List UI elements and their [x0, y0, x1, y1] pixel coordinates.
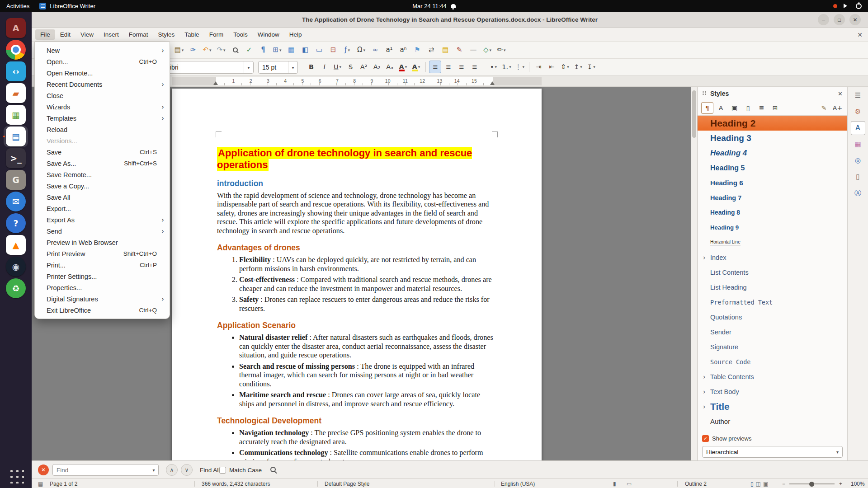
superscript-button[interactable]: A² [358, 61, 370, 73]
fill-format-mode-icon[interactable]: ✎ [818, 102, 830, 114]
menu-bar-item[interactable]: Table [179, 29, 204, 40]
paragraph-space-decrease-button[interactable]: ↧ [585, 61, 597, 73]
multi-page-view-icon[interactable]: ◫ [756, 481, 761, 487]
dock-icon-app-store[interactable]: A [4, 17, 28, 39]
file-menu-item[interactable]: Export... [35, 203, 170, 214]
paragraph-styles-icon[interactable]: ¶ [701, 102, 713, 114]
file-menu-item[interactable]: Export As [35, 214, 170, 225]
style-list-item[interactable]: › Text Body [698, 384, 847, 399]
file-menu-item[interactable]: Open Remote... [35, 67, 170, 79]
insert-text-box-icon[interactable]: ▭ [313, 43, 326, 57]
dock-icon-thunderbird[interactable]: ✉ [4, 191, 28, 212]
style-inspector-icon[interactable]: Ⓐ [851, 186, 865, 200]
outline-level[interactable]: Outline 2 [685, 479, 707, 488]
styles-icon[interactable]: A [851, 121, 865, 135]
properties-icon[interactable]: ⚙ [851, 105, 865, 119]
section-heading-scenario[interactable]: Application Scenario [217, 321, 496, 330]
freeform-line-icon[interactable]: ✏ [495, 43, 508, 57]
file-menu-item[interactable]: Save Ctrl+S [35, 146, 170, 158]
style-list-item[interactable]: › Heading 5 [698, 160, 847, 175]
numbered-list-button[interactable]: 1. [500, 61, 513, 73]
zoom-in-icon[interactable]: + [839, 479, 842, 488]
sidebar-menu-icon[interactable]: ☰ [851, 89, 865, 103]
style-list-item[interactable]: › Sender [698, 324, 847, 339]
list-item[interactable]: Natural disaster relief : After natural … [239, 333, 496, 360]
expand-chevron-icon[interactable]: › [703, 254, 710, 261]
style-list-item[interactable]: › Heading 2 [698, 116, 847, 131]
file-menu-item[interactable]: Send [35, 225, 170, 237]
list-item[interactable]: Navigation technology : The precise GPS … [239, 429, 496, 446]
style-list-item[interactable]: › List Contents [698, 265, 847, 280]
expand-chevron-icon[interactable]: › [703, 373, 710, 380]
style-list-item[interactable]: › Table Contents [698, 369, 847, 384]
file-menu-item[interactable]: Properties... [35, 282, 170, 293]
increase-indent-button[interactable]: ⇥ [533, 61, 545, 73]
insert-table-icon[interactable]: ⊞ [271, 43, 283, 57]
file-menu-item[interactable]: Save As... Shift+Ctrl+S [35, 158, 170, 169]
paragraph-space-increase-button[interactable]: ↥ [572, 61, 584, 73]
style-list-item[interactable]: › Author [698, 414, 847, 429]
menu-bar-item[interactable]: Help [284, 29, 307, 40]
italic-button[interactable]: I [318, 61, 330, 73]
expand-chevron-icon[interactable]: › [703, 388, 710, 395]
find-close-icon[interactable] [38, 465, 49, 475]
style-list-item[interactable]: › Quotations [698, 310, 847, 324]
file-menu-item[interactable]: Reload [35, 124, 170, 135]
font-size-input[interactable] [259, 64, 288, 71]
basic-shapes-icon[interactable]: ◇ [481, 43, 494, 57]
frame-styles-icon[interactable]: ▣ [728, 102, 741, 114]
file-menu-item[interactable]: Recent Documents [35, 79, 170, 90]
font-name-combo[interactable] [156, 61, 254, 74]
page-styles-icon[interactable]: ▯ [742, 102, 754, 114]
find-and-replace-icon[interactable] [270, 467, 276, 472]
insert-image-icon[interactable]: ▦ [285, 43, 297, 57]
find-input[interactable] [53, 467, 149, 474]
find-previous-button[interactable] [166, 464, 178, 476]
style-list-item[interactable]: › Heading 3 [698, 131, 847, 145]
zoom-slider-thumb[interactable] [809, 482, 814, 487]
style-list-item[interactable]: › Source Code [698, 354, 847, 369]
bullet-list-button[interactable]: • [487, 61, 500, 73]
expand-chevron-icon[interactable]: › [703, 403, 710, 410]
formatting-marks-icon[interactable]: ¶ [257, 43, 269, 57]
highlight-color-button[interactable]: A [410, 61, 422, 73]
cross-reference-icon[interactable]: ⇄ [425, 43, 438, 57]
power-icon[interactable] [856, 3, 862, 9]
dock-icon-vlc[interactable]: ▲ [4, 234, 28, 256]
minimize-button[interactable] [818, 14, 829, 25]
volume-icon[interactable] [844, 4, 849, 8]
outline-list-button[interactable]: ⋮ [514, 61, 526, 73]
style-list-item[interactable]: › Title [698, 399, 847, 414]
subscript-button[interactable]: A₂ [371, 61, 383, 73]
window-title-bar[interactable]: The Application of Drone Technology in S… [32, 12, 868, 28]
document-page[interactable]: Application of drone technology in searc… [172, 89, 542, 460]
advantages-list[interactable]: Flexibility : UAVs can be deployed quick… [217, 256, 496, 313]
word-count[interactable]: 366 words, 2,432 characters [202, 479, 270, 488]
style-list-item[interactable]: › Preformatted Text [698, 295, 847, 310]
undo-icon[interactable]: ↶ [201, 43, 213, 57]
list-item[interactable]: Flexibility : UAVs can be deployed quick… [239, 256, 496, 273]
file-menu-item[interactable]: Templates [35, 113, 170, 124]
file-menu-item[interactable]: Print... Ctrl+P [35, 259, 170, 271]
endnote-icon[interactable]: aⁿ [397, 43, 410, 57]
styles-panel-close-icon[interactable] [838, 90, 843, 97]
hyperlink-icon[interactable]: ∞ [369, 43, 382, 57]
file-menu-item[interactable]: Print Preview Shift+Ctrl+O [35, 248, 170, 259]
file-menu-item[interactable]: Wizards [35, 101, 170, 113]
close-button[interactable] [849, 14, 861, 25]
dock-icon-steam[interactable]: ◉ [4, 256, 28, 277]
style-list-item[interactable]: › Heading 4 [698, 145, 847, 160]
list-item[interactable]: Communications technology : Satellite co… [239, 449, 496, 460]
file-menu-item[interactable]: Save All [35, 192, 170, 203]
menu-bar-item[interactable]: File [35, 29, 55, 40]
menu-bar-item[interactable]: Window [253, 29, 284, 40]
clock[interactable]: Mar 24 11:44 [412, 0, 456, 12]
activities-button[interactable]: Activities [6, 3, 29, 9]
find-replace-icon[interactable] [229, 43, 241, 57]
file-menu-item[interactable]: Printer Settings... [35, 271, 170, 282]
style-list-item[interactable]: › Index [698, 250, 847, 265]
style-list-item[interactable]: › Heading 7 [698, 190, 847, 205]
style-filter-dropdown[interactable]: Hierarchical [702, 446, 843, 458]
new-style-from-selection-icon[interactable]: A+ [831, 102, 844, 114]
style-list-item[interactable]: › Heading 6 [698, 175, 847, 190]
